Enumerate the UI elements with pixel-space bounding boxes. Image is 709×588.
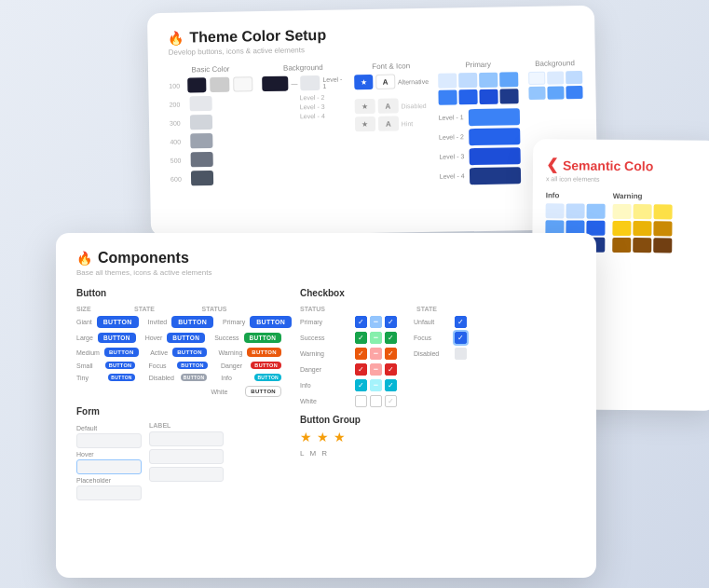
btn-group-section: Button Group ★ ★ ★ L M R: [300, 415, 486, 458]
chk-success-boxes: ✓ − ✓: [355, 332, 397, 344]
btn-small-normal[interactable]: BUTTON: [105, 362, 136, 369]
chk-row-info: Info ✓ − ✓: [300, 379, 486, 391]
form-section: Form Default Hover Placeholder LABEL: [76, 406, 281, 503]
color-row-500: 500: [170, 151, 254, 168]
semantic-card-title: ❮ Semantic Colo: [546, 156, 706, 175]
chk-row-primary: Primary ✓ − ✓ Unfault ✓: [300, 316, 486, 328]
btn-medium-normal[interactable]: BUTTON: [104, 348, 139, 357]
form-input-default[interactable]: [76, 433, 142, 448]
comp-sections: Button SIZE STATE STATUS Giant BUTTON In…: [76, 288, 576, 503]
form-label-input-2[interactable]: [149, 449, 224, 464]
btn-group-sizes: L M R: [300, 449, 486, 458]
color-row-400: 400: [170, 132, 253, 149]
color-row-300: 300: [170, 114, 253, 130]
status-header: STATUS: [177, 306, 252, 312]
star-icon-1: ★: [300, 430, 312, 444]
state-header: STATE: [112, 306, 177, 312]
chk-status-header: STATUS: [300, 306, 351, 312]
btn-row-tiny: Tiny BUTTON Disabled BUTTON Info BUTTON: [76, 374, 281, 381]
chk-white-boxes: ✓: [355, 395, 397, 407]
form-default-col: Default Hover Placeholder: [76, 422, 142, 503]
btn-giant-state[interactable]: BUTTON: [171, 316, 213, 328]
btn-row-giant: Giant BUTTON Invited BUTTON Primary BUTT…: [76, 316, 281, 328]
btn-white[interactable]: BUTTON: [245, 386, 281, 397]
btn-medium-warning[interactable]: BUTTON: [247, 348, 281, 357]
color-row-100: 100: [169, 76, 252, 93]
theme-color-card: 🔥 Theme Color Setup Develop buttons, ico…: [147, 6, 598, 237]
size-header: SIZE: [76, 306, 112, 312]
chk-row-warning: Warning ✓ − ✓ Disabled: [300, 348, 486, 360]
form-input-placeholder[interactable]: [76, 485, 142, 500]
checkbox-section: Checkbox STATUS STATE Primary ✓ − ✓ Unfa…: [300, 288, 486, 503]
form-input-hover[interactable]: [76, 459, 142, 474]
btn-large-state[interactable]: BUTTON: [167, 333, 205, 343]
fire-icon: 🔥: [168, 31, 184, 46]
chk-row-white: White ✓: [300, 395, 486, 407]
components-card: 🔥 Components Base all themes, icons & ac…: [56, 233, 596, 578]
chk-info-boxes: ✓ − ✓: [355, 379, 397, 391]
level-row-4: Level - 4: [440, 167, 521, 185]
fire-icon-comp: 🔥: [76, 251, 92, 266]
star-icon-3: ★: [334, 430, 346, 444]
components-title: 🔥 Components: [76, 250, 576, 267]
chk-warning-boxes: ✓ − ✓: [355, 348, 397, 360]
font-icon-col: Font & Icon ★ A Alternative ★ A Disabled: [354, 62, 430, 189]
btn-large-success[interactable]: BUTTON: [244, 333, 282, 343]
chk-danger-boxes: ✓ − ✓: [355, 363, 397, 376]
swatch-gray: [210, 77, 229, 92]
basic-color-col: Basic Color 100 200 300 400 500: [169, 64, 254, 193]
level-row-3: Level - 3: [439, 147, 520, 166]
chk-state-header: [351, 306, 416, 312]
btn-medium-state[interactable]: BUTTON: [172, 348, 207, 357]
btn-small-state[interactable]: BUTTON: [177, 362, 208, 369]
btn-tiny-state[interactable]: BUTTON: [181, 374, 208, 381]
btn-group-stars: ★ ★ ★: [300, 430, 486, 444]
form-label-input-1[interactable]: [149, 431, 224, 446]
btn-small-danger[interactable]: BUTTON: [251, 362, 281, 369]
btn-row-white: White BUTTON: [76, 386, 281, 397]
btn-tiny-info[interactable]: BUTTON: [254, 374, 281, 381]
warning-grid: [612, 204, 672, 253]
star-icon-2: ★: [317, 430, 329, 444]
swatch-white: [233, 76, 252, 91]
form-label-input-3[interactable]: [149, 467, 224, 482]
swatch-dark: [187, 77, 207, 92]
chevron-left-icon: ❮: [546, 156, 558, 173]
btn-tiny-normal[interactable]: BUTTON: [108, 374, 135, 381]
color-row-600: 600: [170, 170, 254, 186]
chk-row-success: Success ✓ − ✓ Focus ✓: [300, 332, 486, 344]
chk-row-danger: Danger ✓ − ✓: [300, 363, 486, 376]
level-row-1: Level - 1: [439, 108, 520, 127]
btn-row-small: Small BUTTON Focus BUTTON Danger BUTTON: [76, 362, 281, 369]
form-label-col: LABEL: [149, 422, 224, 503]
btn-giant-normal[interactable]: BUTTON: [97, 316, 139, 328]
background-col: Background — Level - 1 Level - 2 Level -…: [262, 63, 347, 192]
level-row-2: Level - 2: [439, 128, 520, 146]
primary-col: Primary Level - 1 Level - 2 Level - 3: [438, 60, 521, 187]
btn-large-normal[interactable]: BUTTON: [98, 333, 136, 343]
btn-giant-primary[interactable]: BUTTON: [250, 316, 292, 328]
theme-columns: Basic Color 100 200 300 400 500: [169, 59, 577, 193]
chk-primary-boxes: ✓ − ✓: [355, 316, 397, 328]
btn-row-large: Large BUTTON Hover BUTTON Success BUTTON: [76, 333, 281, 343]
warning-col: Warning: [612, 192, 673, 253]
color-row-200: 200: [170, 95, 253, 112]
btn-row-medium: Medium BUTTON Active BUTTON Warning BUTT…: [76, 348, 281, 357]
button-section: Button SIZE STATE STATUS Giant BUTTON In…: [76, 288, 281, 503]
